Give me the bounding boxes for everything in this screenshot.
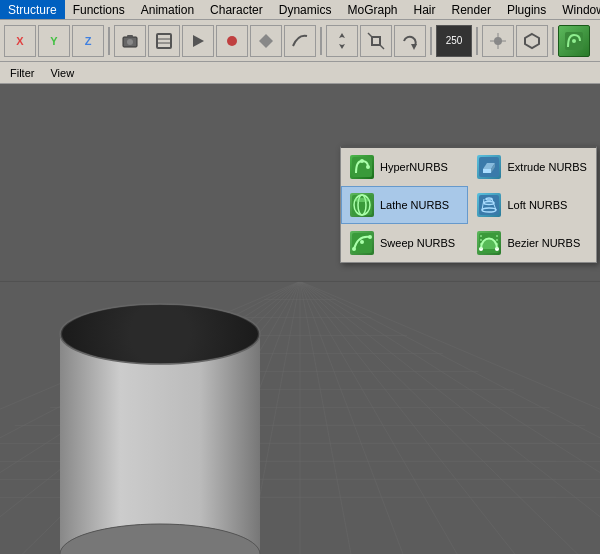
menu-hair[interactable]: Hair bbox=[406, 0, 444, 19]
sep1 bbox=[108, 27, 110, 55]
axis-x-btn[interactable]: X bbox=[4, 25, 36, 57]
svg-line-11 bbox=[368, 33, 372, 37]
svg-point-7 bbox=[227, 36, 237, 46]
viewport: HyperNURBS Extrude NURBS bbox=[0, 84, 600, 554]
scale-btn[interactable] bbox=[360, 25, 392, 57]
sep2 bbox=[320, 27, 322, 55]
axis-y-btn[interactable]: Y bbox=[38, 25, 70, 57]
beziernurbs-item[interactable]: Bezier NURBS bbox=[468, 224, 595, 262]
menu-plugins[interactable]: Plugins bbox=[499, 0, 554, 19]
svg-marker-9 bbox=[339, 33, 345, 49]
dropdown-grid: HyperNURBS Extrude NURBS bbox=[341, 148, 596, 262]
svg-point-39 bbox=[360, 240, 364, 244]
menu-functions[interactable]: Functions bbox=[65, 0, 133, 19]
loftnurbs-icon bbox=[477, 193, 501, 217]
snap-btn2[interactable] bbox=[516, 25, 548, 57]
lathenurbs-label: Lathe NURBS bbox=[380, 199, 449, 211]
extrudenurbs-icon bbox=[477, 155, 501, 179]
sep3 bbox=[430, 27, 432, 55]
sep5 bbox=[552, 27, 554, 55]
menu-character[interactable]: Character bbox=[202, 0, 271, 19]
sweepnurbs-item[interactable]: Sweep NURBS bbox=[341, 224, 468, 262]
menu-dynamics[interactable]: Dynamics bbox=[271, 0, 340, 19]
rotate-btn[interactable] bbox=[394, 25, 426, 57]
menu-mograph[interactable]: MoGraph bbox=[339, 0, 405, 19]
lathenurbs-item[interactable]: Lathe NURBS bbox=[341, 186, 468, 224]
svg-rect-2 bbox=[127, 35, 133, 38]
svg-rect-10 bbox=[372, 37, 380, 45]
snap-btn1[interactable] bbox=[482, 25, 514, 57]
axis-z-btn[interactable]: Z bbox=[72, 25, 104, 57]
beziernurbs-label: Bezier NURBS bbox=[507, 237, 580, 249]
sep4 bbox=[476, 27, 478, 55]
svg-rect-3 bbox=[157, 34, 171, 48]
camera-btn[interactable] bbox=[114, 25, 146, 57]
svg-point-1 bbox=[127, 39, 133, 45]
hypernurbs-icon bbox=[350, 155, 374, 179]
num-display: 250 bbox=[436, 25, 472, 57]
hypernurbs-item[interactable]: HyperNURBS bbox=[341, 148, 468, 186]
menu-structure[interactable]: Structure bbox=[0, 0, 65, 19]
svg-point-38 bbox=[352, 247, 356, 251]
loftnurbs-label: Loft NURBS bbox=[507, 199, 567, 211]
svg-marker-6 bbox=[193, 35, 204, 47]
svg-point-19 bbox=[572, 39, 576, 43]
loftnurbs-item[interactable]: Loft NURBS bbox=[468, 186, 595, 224]
sweepnurbs-label: Sweep NURBS bbox=[380, 237, 455, 249]
beziernurbs-icon bbox=[477, 231, 501, 255]
record-btn[interactable] bbox=[216, 25, 248, 57]
keyframe-btn[interactable] bbox=[250, 25, 282, 57]
secondary-toolbar: Filter View bbox=[0, 62, 600, 84]
svg-marker-17 bbox=[525, 34, 539, 48]
svg-point-22 bbox=[366, 165, 370, 169]
hypernurbs-label: HyperNURBS bbox=[380, 161, 448, 173]
svg-rect-24 bbox=[483, 169, 491, 173]
toolbar: X Y Z 250 bbox=[0, 20, 600, 62]
move-btn[interactable] bbox=[326, 25, 358, 57]
svg-point-30 bbox=[354, 198, 370, 202]
sweepnurbs-icon bbox=[350, 231, 374, 255]
svg-marker-13 bbox=[411, 44, 417, 50]
lathenurbs-icon bbox=[350, 193, 374, 217]
play-btn[interactable] bbox=[182, 25, 214, 57]
svg-marker-8 bbox=[259, 34, 273, 48]
filter-menu[interactable]: Filter bbox=[4, 65, 40, 81]
extrudenurbs-item[interactable]: Extrude NURBS bbox=[468, 148, 595, 186]
menu-window[interactable]: Window bbox=[554, 0, 600, 19]
view-menu[interactable]: View bbox=[44, 65, 80, 81]
menu-render[interactable]: Render bbox=[444, 0, 499, 19]
svg-point-40 bbox=[368, 235, 372, 239]
svg-point-21 bbox=[360, 159, 364, 163]
menubar: Structure Functions Animation Character … bbox=[0, 0, 600, 20]
svg-line-12 bbox=[380, 45, 384, 49]
menu-animation[interactable]: Animation bbox=[133, 0, 202, 19]
nurbs-trigger-btn[interactable] bbox=[558, 25, 590, 57]
nurbs-dropdown: HyperNURBS Extrude NURBS bbox=[340, 146, 597, 263]
curve-btn[interactable] bbox=[284, 25, 316, 57]
frame-btn[interactable] bbox=[148, 25, 180, 57]
extrudenurbs-label: Extrude NURBS bbox=[507, 161, 586, 173]
